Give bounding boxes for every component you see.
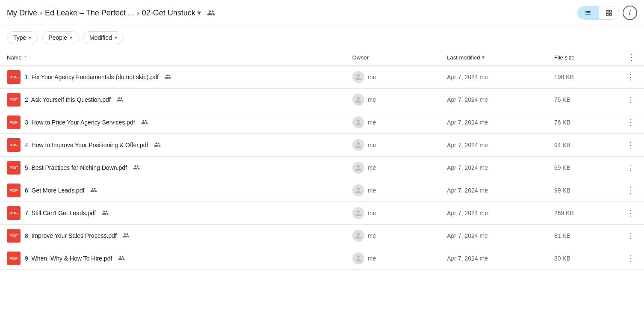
file-name-text-2: 3. How to Price Your Agency Services.pdf	[25, 119, 135, 126]
table-row[interactable]: PDF 4. How to Improve Your Positioning &…	[0, 134, 644, 157]
file-name-text-3: 4. How to Improve Your Positioning & Off…	[25, 142, 148, 148]
row-more-button-5[interactable]: ⋮	[623, 184, 637, 197]
filesize-cell-5: 99 KB	[547, 179, 617, 202]
type-filter-label: Type	[13, 34, 26, 41]
row-more-button-4[interactable]: ⋮	[623, 161, 637, 175]
row-more-button-8[interactable]: ⋮	[623, 252, 637, 265]
file-name-cell-1: PDF 2. Ask Yourself this Question.pdf	[0, 89, 346, 111]
col-owner-label: Owner	[352, 54, 369, 61]
avatar-6	[352, 207, 364, 219]
owner-cell-4: me	[346, 157, 440, 179]
avatar-3	[352, 139, 364, 151]
table-row[interactable]: PDF 3. How to Price Your Agency Services…	[0, 111, 644, 134]
modified-cell-0: Apr 7, 2024 me	[440, 66, 547, 89]
file-name-cell-5: PDF 6. Get More Leads.pdf	[0, 179, 346, 202]
modified-cell-4: Apr 7, 2024 me	[440, 157, 547, 179]
pdf-icon-7: PDF	[7, 229, 21, 243]
modified-cell-8: Apr 7, 2024 me	[440, 247, 547, 270]
table-row[interactable]: PDF 1. Fix Your Agency Fundamentals (do …	[0, 66, 644, 89]
header: My Drive › Ed Leake – The Perfect ... › …	[0, 0, 644, 26]
owner-name-4: me	[368, 164, 376, 171]
file-name-text-4: 5. Best Practices for Niching Down.pdf	[25, 164, 127, 171]
table-row[interactable]: PDF 7. Still Can't Get Leads.pdf me Apr …	[0, 202, 644, 225]
shared-icon-8	[118, 255, 125, 263]
avatar-2	[352, 116, 364, 128]
row-more-button-1[interactable]: ⋮	[623, 93, 637, 107]
owner-cell-0: me	[346, 66, 440, 89]
file-name-cell-6: PDF 7. Still Can't Get Leads.pdf	[0, 202, 346, 225]
more-cell-4: ⋮	[617, 157, 644, 179]
modified-cell-7: Apr 7, 2024 me	[440, 225, 547, 247]
table-row[interactable]: PDF 8. Improve Your Sales Process.pdf me…	[0, 225, 644, 247]
row-more-button-7[interactable]: ⋮	[623, 229, 637, 243]
owner-name-1: me	[368, 96, 376, 103]
header-actions: i	[577, 6, 637, 20]
file-name-cell-7: PDF 8. Improve Your Sales Process.pdf	[0, 225, 346, 247]
filesize-cell-7: 81 KB	[547, 225, 617, 247]
people-filter-label: People	[48, 34, 67, 41]
shared-icon-1	[117, 96, 124, 104]
shared-icon-7	[123, 232, 130, 240]
info-button[interactable]: i	[623, 6, 637, 20]
people-chevron-icon: ▾	[70, 35, 72, 41]
filesize-cell-2: 76 KB	[547, 111, 617, 134]
file-name-text-5: 6. Get More Leads.pdf	[25, 187, 84, 194]
row-more-button-6[interactable]: ⋮	[623, 206, 637, 220]
th-name: Name ↑	[0, 49, 346, 66]
table-row[interactable]: PDF 9. When, Why & How To Hire.pdf me Ap…	[0, 247, 644, 270]
filter-bar: Type ▾ People ▾ Modified ▾	[0, 26, 644, 49]
type-filter-button[interactable]: Type ▾	[7, 31, 38, 44]
modified-filter-button[interactable]: Modified ▾	[83, 31, 124, 44]
table-row[interactable]: PDF 6. Get More Leads.pdf me Apr 7, 2024…	[0, 179, 644, 202]
more-cell-0: ⋮	[617, 66, 644, 89]
file-name-cell-8: PDF 9. When, Why & How To Hire.pdf	[0, 247, 346, 270]
header-more-icon[interactable]: ⋮	[628, 53, 635, 62]
filesize-cell-0: 198 KB	[547, 66, 617, 89]
file-table: Name ↑ Owner Last modified ▾ File size ⋮	[0, 49, 644, 270]
shared-people-icon[interactable]	[204, 5, 219, 21]
avatar-1	[352, 94, 364, 106]
breadcrumb-current-text[interactable]: 02-Get Unstuck	[142, 9, 195, 18]
owner-name-2: me	[368, 119, 376, 126]
modified-cell-5: Apr 7, 2024 me	[440, 179, 547, 202]
table-row[interactable]: PDF 2. Ask Yourself this Question.pdf me…	[0, 89, 644, 111]
avatar-7	[352, 230, 364, 242]
th-last-modified[interactable]: Last modified ▾	[440, 49, 547, 66]
owner-name-5: me	[368, 187, 376, 194]
filesize-cell-4: 69 KB	[547, 157, 617, 179]
col-modified-label: Last modified	[447, 54, 480, 61]
modified-filter-label: Modified	[89, 34, 112, 41]
breadcrumb-root[interactable]: My Drive	[7, 9, 37, 18]
file-list-body: PDF 1. Fix Your Agency Fundamentals (do …	[0, 66, 644, 270]
avatar-0	[352, 71, 364, 83]
file-name-text-0: 1. Fix Your Agency Fundamentals (do not …	[25, 74, 159, 80]
pdf-icon-3: PDF	[7, 138, 21, 152]
breadcrumb-middle[interactable]: Ed Leake – The Perfect ...	[45, 9, 134, 18]
breadcrumb-current: 02-Get Unstuck ▾	[142, 8, 201, 18]
view-toggle	[577, 6, 619, 20]
shared-icon-2	[141, 118, 148, 127]
file-name-cell-4: PDF 5. Best Practices for Niching Down.p…	[0, 157, 346, 179]
owner-name-6: me	[368, 210, 376, 216]
more-cell-3: ⋮	[617, 134, 644, 157]
owner-name-7: me	[368, 232, 376, 239]
list-view-button[interactable]	[578, 6, 599, 19]
people-filter-button[interactable]: People ▾	[42, 31, 79, 44]
pdf-icon-0: PDF	[7, 70, 21, 84]
grid-view-button[interactable]	[599, 6, 619, 19]
avatar-8	[352, 252, 364, 264]
owner-cell-5: me	[346, 179, 440, 202]
row-more-button-3[interactable]: ⋮	[623, 138, 637, 152]
owner-cell-6: me	[346, 202, 440, 225]
filesize-cell-8: 80 KB	[547, 247, 617, 270]
table-row[interactable]: PDF 5. Best Practices for Niching Down.p…	[0, 157, 644, 179]
owner-cell-3: me	[346, 134, 440, 157]
file-name-cell-3: PDF 4. How to Improve Your Positioning &…	[0, 134, 346, 157]
row-more-button-2[interactable]: ⋮	[623, 116, 637, 129]
more-cell-2: ⋮	[617, 111, 644, 134]
row-more-button-0[interactable]: ⋮	[623, 70, 637, 84]
pdf-icon-4: PDF	[7, 161, 21, 175]
modified-cell-3: Apr 7, 2024 me	[440, 134, 547, 157]
col-name-label: Name	[7, 54, 22, 61]
chevron-down-icon[interactable]: ▾	[197, 8, 201, 18]
